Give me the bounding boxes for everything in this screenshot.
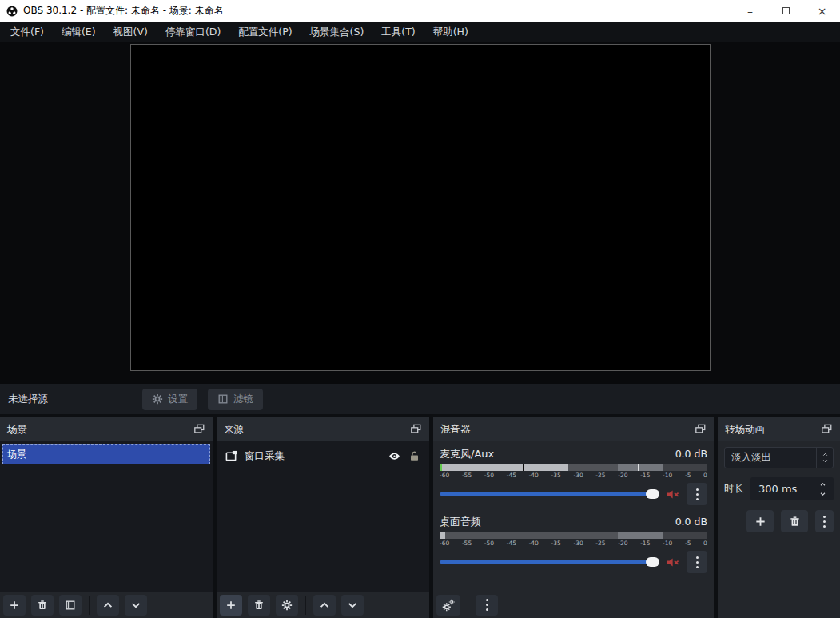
move-scene-down-button[interactable] <box>125 595 147 616</box>
source-item-label: 窗口采集 <box>245 449 285 463</box>
menu-item[interactable]: 视图(V) <box>105 22 157 42</box>
menu-item[interactable]: 配置文件(P) <box>229 22 301 42</box>
meter-input-indicator <box>440 464 442 471</box>
move-source-up-button[interactable] <box>313 595 336 616</box>
kebab-menu-icon <box>486 599 488 611</box>
channel-name: 桌面音频 <box>440 515 481 529</box>
volume-slider[interactable] <box>440 492 659 496</box>
remove-scene-button[interactable] <box>31 595 54 616</box>
mixer-options-button[interactable] <box>476 595 498 616</box>
move-source-down-button[interactable] <box>341 595 364 616</box>
minimize-icon: – <box>747 6 753 17</box>
trash-icon <box>789 516 801 528</box>
advanced-audio-button[interactable] <box>436 595 460 616</box>
visibility-eye-icon[interactable] <box>388 450 401 462</box>
meter-tick-label: -45 <box>507 472 516 479</box>
source-filters-button[interactable]: 滤镜 <box>208 389 263 410</box>
close-icon: × <box>818 6 827 17</box>
menu-item[interactable]: 停靠窗口(D) <box>157 22 229 42</box>
mute-speaker-icon[interactable] <box>666 488 680 500</box>
source-item[interactable]: 窗口采集 <box>219 444 427 468</box>
move-scene-up-button[interactable] <box>97 595 119 616</box>
meter-tick-label: -30 <box>573 472 583 479</box>
meter-tick-label: -60 <box>440 472 449 479</box>
close-button[interactable]: × <box>804 0 840 22</box>
meter-tick-label: -55 <box>462 540 472 547</box>
duration-spinner[interactable]: 300 ms <box>750 477 834 500</box>
kebab-menu-icon <box>696 556 699 568</box>
mixer-channels: 麦克风/Aux 0.0 dB -60-55-50-45-40-35-30-25-… <box>433 441 714 592</box>
window-controls: – × <box>732 0 840 22</box>
meter-scale: -60-55-50-45-40-35-30-25-20-15-10-50 <box>440 472 707 479</box>
channel-db-value: 0.0 dB <box>675 448 707 460</box>
double-gear-icon <box>442 599 455 612</box>
channel-options-button[interactable] <box>687 551 707 573</box>
scenes-dock-header[interactable]: 场景 <box>0 417 213 441</box>
chevron-up-icon <box>818 481 827 488</box>
filter-icon <box>217 393 229 405</box>
transitions-dock-header[interactable]: 转场动画 <box>718 417 840 441</box>
meter-tick-label: -5 <box>685 472 691 479</box>
meter-tick-label: 0 <box>703 540 707 547</box>
menu-item[interactable]: 工具(T) <box>372 22 424 42</box>
title-bar[interactable]: OBS 30.1.2 - 配置文件: 未命名 - 场景: 未命名 – × <box>0 0 840 22</box>
channel-options-button[interactable] <box>687 483 707 505</box>
source-toolbar-row: 未选择源 设置 滤镜 <box>0 384 840 414</box>
window-capture-icon <box>225 450 237 462</box>
add-source-button[interactable] <box>220 595 242 616</box>
popout-icon[interactable] <box>821 424 833 435</box>
spinner-arrows[interactable] <box>816 481 834 497</box>
maximize-button[interactable] <box>768 0 804 22</box>
transition-select[interactable]: 淡入淡出 <box>724 447 834 468</box>
chevron-down-icon <box>130 600 141 611</box>
source-action-buttons: 设置 滤镜 <box>142 389 263 410</box>
volume-meter <box>440 464 707 471</box>
plus-icon <box>754 516 766 528</box>
source-list: 窗口采集 <box>217 441 429 592</box>
toolbar-separator <box>305 596 306 615</box>
mixer-dock-header[interactable]: 混音器 <box>433 417 714 441</box>
preview-area <box>0 42 840 384</box>
preview-canvas[interactable] <box>130 44 711 371</box>
menu-item[interactable]: 场景集合(S) <box>301 22 373 42</box>
remove-source-button[interactable] <box>248 595 270 616</box>
menu-item[interactable]: 文件(F) <box>2 22 53 42</box>
duration-label: 时长 <box>724 482 744 496</box>
meter-tick-label: -25 <box>595 472 605 479</box>
gear-icon <box>152 393 163 405</box>
add-scene-button[interactable] <box>3 595 26 616</box>
meter-tick-label: -15 <box>640 540 650 547</box>
minimize-button[interactable]: – <box>732 0 768 22</box>
scenes-dock-title: 场景 <box>7 423 27 437</box>
meter-tick-label: -50 <box>484 472 494 479</box>
add-transition-button[interactable] <box>746 510 774 532</box>
dock-area: 场景 场景 来源 <box>0 417 840 618</box>
mute-speaker-icon[interactable] <box>666 556 680 568</box>
volume-slider[interactable] <box>440 560 659 564</box>
popout-icon[interactable] <box>695 424 707 435</box>
popout-icon[interactable] <box>193 424 205 435</box>
scene-filters-button[interactable] <box>59 595 82 616</box>
mixer-channel-desktop: 桌面音频 0.0 dB -60-55-50-45-40-35-30-25-20-… <box>440 515 707 573</box>
popout-icon[interactable] <box>410 424 422 435</box>
transition-selected-value: 淡入淡出 <box>725 448 816 468</box>
select-arrows[interactable] <box>816 448 833 468</box>
menu-item[interactable]: 帮助(H) <box>424 22 477 42</box>
meter-tick-label: -5 <box>685 540 691 547</box>
menu-bar: 文件(F)编辑(E)视图(V)停靠窗口(D)配置文件(P)场景集合(S)工具(T… <box>0 22 840 42</box>
kebab-menu-icon <box>823 516 826 528</box>
source-properties-button[interactable]: 设置 <box>142 389 197 410</box>
scene-item-selected[interactable]: 场景 <box>2 444 210 464</box>
transition-options-button[interactable] <box>815 510 834 532</box>
source-properties-gear-button[interactable] <box>276 595 298 616</box>
volume-slider-handle[interactable] <box>646 489 659 499</box>
menu-item[interactable]: 编辑(E) <box>53 22 105 42</box>
volume-slider-handle[interactable] <box>646 557 659 567</box>
meter-peak-hold-marker <box>638 464 639 471</box>
window-title: OBS 30.1.2 - 配置文件: 未命名 - 场景: 未命名 <box>23 4 224 18</box>
sources-dock-header[interactable]: 来源 <box>217 417 429 441</box>
scene-item-label: 场景 <box>7 448 26 461</box>
remove-transition-button[interactable] <box>781 510 808 532</box>
meter-peak-marker <box>523 464 524 471</box>
lock-open-icon[interactable] <box>408 450 420 462</box>
